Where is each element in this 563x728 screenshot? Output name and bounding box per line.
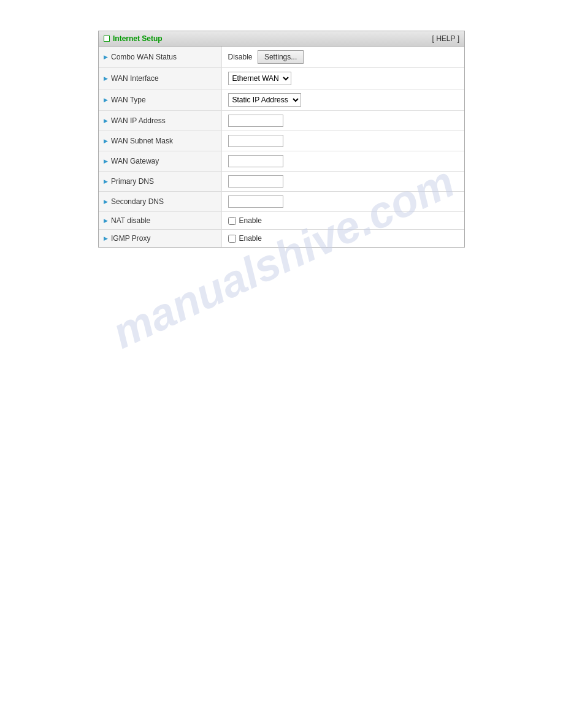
wan-subnet-mask-label: WAN Subnet Mask: [99, 131, 221, 151]
combo-wan-status-label: Combo WAN Status: [99, 47, 221, 68]
panel-header: Internet Setup [ HELP ]: [99, 31, 464, 47]
wan-type-select[interactable]: Static IP Address DHCP PPPoE: [228, 93, 301, 107]
wan-subnet-mask-value: [221, 131, 464, 151]
secondary-dns-label: Secondary DNS: [99, 192, 221, 212]
primary-dns-input[interactable]: [228, 175, 283, 188]
table-row: WAN Gateway: [99, 151, 464, 172]
table-row: WAN Type Static IP Address DHCP PPPoE: [99, 89, 464, 111]
wan-ip-address-label: WAN IP Address: [99, 111, 221, 131]
form-table: Combo WAN Status Disable Settings... WAN…: [99, 47, 464, 247]
table-row: WAN Subnet Mask: [99, 131, 464, 151]
panel-title-icon: [104, 36, 110, 42]
wan-ip-address-value: [221, 111, 464, 131]
igmp-proxy-value: Enable: [221, 230, 464, 248]
igmp-proxy-label: IGMP Proxy: [99, 230, 221, 248]
primary-dns-label: Primary DNS: [99, 172, 221, 192]
wan-type-label: WAN Type: [99, 89, 221, 111]
settings-button[interactable]: Settings...: [258, 50, 304, 64]
nat-disable-checkbox[interactable]: [228, 217, 236, 225]
table-row: IGMP Proxy Enable: [99, 230, 464, 248]
combo-wan-status-text: Disable: [228, 53, 253, 61]
table-row: Secondary DNS: [99, 192, 464, 212]
table-row: WAN IP Address: [99, 111, 464, 131]
igmp-proxy-checkbox[interactable]: [228, 235, 236, 243]
primary-dns-value: [221, 172, 464, 192]
nat-enable-label[interactable]: Enable: [228, 216, 459, 225]
secondary-dns-input[interactable]: [228, 195, 283, 208]
wan-type-value: Static IP Address DHCP PPPoE: [221, 89, 464, 111]
internet-setup-panel: Internet Setup [ HELP ] Combo WAN Status…: [98, 31, 465, 248]
wan-gateway-input[interactable]: [228, 155, 283, 167]
nat-enable-text: Enable: [239, 216, 262, 225]
wan-subnet-mask-input[interactable]: [228, 135, 283, 147]
help-link[interactable]: [ HELP ]: [432, 34, 459, 43]
page-container: Internet Setup [ HELP ] Combo WAN Status…: [0, 0, 563, 278]
wan-interface-label: WAN Interface: [99, 68, 221, 89]
table-row: Primary DNS: [99, 172, 464, 192]
wan-gateway-value: [221, 151, 464, 172]
table-row: WAN Interface Ethernet WAN: [99, 68, 464, 89]
igmp-enable-label[interactable]: Enable: [228, 234, 459, 243]
nat-disable-label: NAT disable: [99, 212, 221, 230]
table-row: Combo WAN Status Disable Settings...: [99, 47, 464, 68]
wan-interface-select[interactable]: Ethernet WAN: [228, 72, 291, 85]
panel-title-text: Internet Setup: [113, 34, 163, 43]
igmp-enable-text: Enable: [239, 234, 262, 243]
wan-ip-address-input[interactable]: [228, 115, 283, 127]
wan-gateway-label: WAN Gateway: [99, 151, 221, 172]
wan-interface-value: Ethernet WAN: [221, 68, 464, 89]
combo-wan-status-value: Disable Settings...: [221, 47, 464, 68]
table-row: NAT disable Enable: [99, 212, 464, 230]
secondary-dns-value: [221, 192, 464, 212]
panel-title: Internet Setup: [104, 34, 163, 43]
nat-disable-value: Enable: [221, 212, 464, 230]
